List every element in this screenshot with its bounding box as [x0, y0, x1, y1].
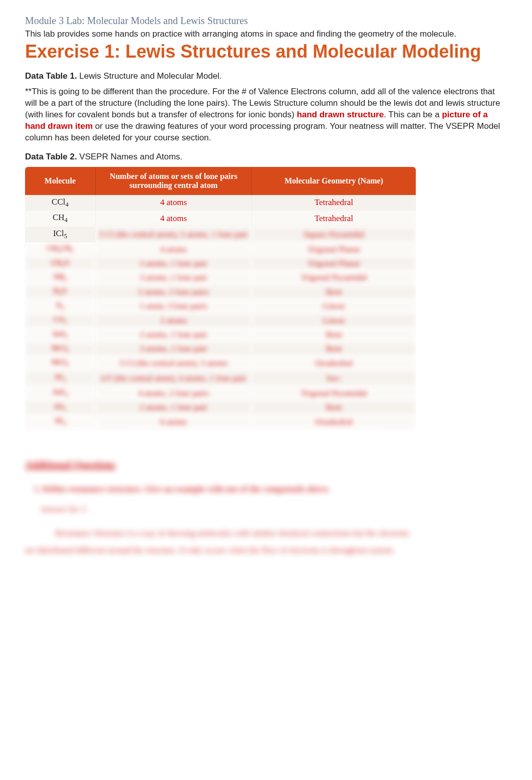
- table-row: SO22 atoms, 1 lone pairBent: [25, 401, 416, 415]
- table1-caption-bold: Data Table 1.: [25, 71, 77, 81]
- cell-geometry: Octahedral: [251, 356, 416, 370]
- table2-caption: Data Table 2. VSEPR Names and Atoms.: [25, 152, 507, 162]
- cell-geometry: Linear: [251, 299, 416, 313]
- cell-number: 5 Cl (the central atom), 5 atoms, 1 lone…: [95, 227, 251, 243]
- cell-number: 2 atoms: [95, 314, 251, 328]
- cell-geometry: Bent: [251, 342, 416, 356]
- header-number: Number of atoms or sets of lone pairs su…: [95, 167, 251, 195]
- cell-number: 4 atoms: [95, 211, 251, 227]
- table-row: NH33 atoms, 1 lone pairTrigonal Pyramida…: [25, 271, 416, 285]
- cell-molecule: SbCl5: [25, 356, 95, 370]
- cell-molecule: CO2: [25, 314, 95, 328]
- question-block: 1. Define resonance structure. Give an e…: [25, 481, 507, 559]
- cell-molecule: SF6: [25, 415, 95, 429]
- cell-molecule: SF4: [25, 370, 95, 386]
- table-row: CCl44 atomsTetrahedral: [25, 195, 416, 211]
- cell-number: 4 F (the central atom), 4 atoms, 1 lone …: [95, 370, 251, 386]
- answer-body-line2: are distributed different around the str…: [25, 542, 507, 559]
- exercise-title: Exercise 1: Lewis Structures and Molecul…: [25, 41, 507, 62]
- table-row: CH3CH24 atomsTrigonal Planar: [25, 243, 416, 257]
- table1-caption: Data Table 1. Lewis Structure and Molecu…: [25, 71, 507, 81]
- table-row: ICl55 Cl (the central atom), 5 atoms, 1 …: [25, 227, 416, 243]
- cell-number: 3 atoms, 1 lone pair: [95, 257, 251, 271]
- cell-number: 1 atom, 3 lone pairs: [95, 299, 251, 313]
- cell-molecule: N2: [25, 299, 95, 313]
- cell-geometry: Tetrahedral: [251, 211, 416, 227]
- instructions-post: or use the drawing features of your word…: [25, 121, 500, 142]
- table-row: CO22 atomsLinear: [25, 314, 416, 328]
- table-row: SeO22 atoms, 1 lone pairBent: [25, 328, 416, 342]
- cell-molecule: CH3CH2: [25, 243, 95, 257]
- answer-label: Answer for 1:: [40, 501, 507, 518]
- module-title: Module 3 Lab: Molecular Models and Lewis…: [25, 15, 507, 27]
- cell-number: 3 atoms, 1 lone pair: [95, 342, 251, 356]
- table1-caption-rest: Lewis Structure and Molecular Model.: [77, 71, 222, 81]
- vsepr-table: Molecule Number of atoms or sets of lone…: [25, 167, 416, 429]
- cell-molecule: NH3: [25, 271, 95, 285]
- cell-geometry: Square Pyramidal: [251, 227, 416, 243]
- header-molecule: Molecule: [25, 167, 95, 195]
- cell-molecule: CH4: [25, 211, 95, 227]
- instructions-red1: hand drawn structure: [297, 110, 384, 119]
- cell-number: 3 atoms, 1 lone pair: [95, 271, 251, 285]
- cell-geometry: Trigonal Pyramidal: [251, 386, 416, 401]
- cell-number: 5 Cl (the central atom), 5 atoms: [95, 356, 251, 370]
- table-row: CH44 atomsTetrahedral: [25, 211, 416, 227]
- cell-number: 4 atoms: [95, 195, 251, 211]
- table2-caption-bold: Data Table 2.: [25, 152, 77, 161]
- table-row: SbCl55 Cl (the central atom), 5 atomsOct…: [25, 356, 416, 370]
- cell-number: 2 atoms, 1 lone pair: [95, 401, 251, 415]
- cell-molecule: XeF4: [25, 386, 95, 401]
- cell-molecule: SO2: [25, 401, 95, 415]
- intro-text: This lab provides some hands on practice…: [25, 29, 507, 40]
- cell-molecule: SeO2: [25, 328, 95, 342]
- cell-molecule: H2O: [25, 285, 95, 299]
- cell-number: 6 atoms: [95, 415, 251, 429]
- cell-geometry: Octahedral: [251, 415, 416, 429]
- table2-caption-rest: VSEPR Names and Atoms.: [77, 152, 183, 161]
- cell-molecule: SbCl3: [25, 342, 95, 356]
- cell-molecule: CCl4: [25, 195, 95, 211]
- cell-number: 2 atoms, 1 lone pair: [95, 328, 251, 342]
- answer-body-line1: Resonance Structure is a way of showing …: [55, 525, 507, 542]
- cell-geometry: Trigonal Planar: [251, 243, 416, 257]
- cell-molecule: CH2O: [25, 257, 95, 271]
- table-row: N21 atom, 3 lone pairsLinear: [25, 299, 416, 313]
- question-1: 1. Define resonance structure. Give an e…: [34, 481, 507, 498]
- cell-geometry: Trigonal Planar: [251, 257, 416, 271]
- instructions: **This is going to be different than the…: [25, 86, 507, 144]
- table-header-row: Molecule Number of atoms or sets of lone…: [25, 167, 416, 195]
- cell-number: 4 atoms, 2 lone pairs: [95, 386, 251, 401]
- cell-number: 4 atoms: [95, 243, 251, 257]
- cell-molecule: ICl5: [25, 227, 95, 243]
- cell-geometry: Tetrahedral: [251, 195, 416, 211]
- table-row: SF66 atomsOctahedral: [25, 415, 416, 429]
- cell-geometry: Trigonal Pyramidal: [251, 271, 416, 285]
- cell-geometry: Linear: [251, 314, 416, 328]
- additional-section: Additional Questions 1. Define resonance…: [25, 459, 507, 559]
- cell-geometry: See-: [251, 370, 416, 386]
- vsepr-table-wrap: Molecule Number of atoms or sets of lone…: [25, 167, 416, 429]
- cell-geometry: Bent: [251, 401, 416, 415]
- cell-number: 2 atoms, 2 lone pairs: [95, 285, 251, 299]
- table-row: H2O2 atoms, 2 lone pairsBent: [25, 285, 416, 299]
- table-row: XeF44 atoms, 2 lone pairsTrigonal Pyrami…: [25, 386, 416, 401]
- additional-questions-heading: Additional Questions: [25, 459, 507, 471]
- header-geometry: Molecular Geometry (Name): [251, 167, 416, 195]
- table-row: SF44 F (the central atom), 4 atoms, 1 lo…: [25, 370, 416, 386]
- cell-geometry: Bent: [251, 328, 416, 342]
- cell-geometry: Bent: [251, 285, 416, 299]
- instructions-mid1: . This can be a: [384, 110, 442, 119]
- table-row: CH2O3 atoms, 1 lone pairTrigonal Planar: [25, 257, 416, 271]
- table-row: SbCl33 atoms, 1 lone pairBent: [25, 342, 416, 356]
